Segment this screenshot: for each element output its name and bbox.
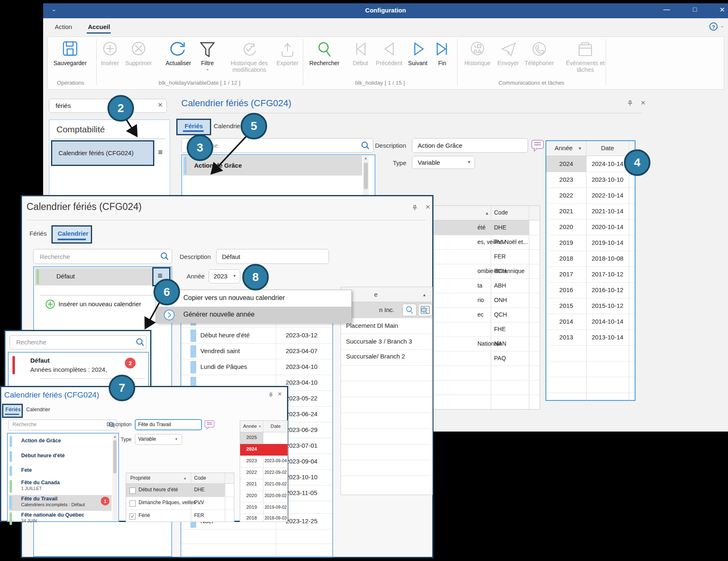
date-cell[interactable]: 2021-10-14 <box>586 207 629 215</box>
w4-prop-name[interactable]: Dimanche Pâques, veilles ... <box>139 500 201 505</box>
w4-date-cell[interactable]: 2021-09-02 <box>263 481 288 486</box>
w4-year-header[interactable]: Année <box>243 424 257 429</box>
bg-prop-name[interactable]: ec <box>477 311 484 318</box>
w4-prop-checkbox-unchecked[interactable] <box>129 488 136 494</box>
filter-button[interactable]: Filtre ⌄ <box>195 41 220 71</box>
window2-tab-feries[interactable]: Fériés <box>29 230 47 237</box>
date-cell[interactable]: 2022-10-14 <box>586 192 629 199</box>
w4-year-cell[interactable]: 2021 <box>240 481 263 486</box>
w2-holiday-date[interactable]: 2023-03-12 <box>277 332 326 339</box>
w2-holiday-date[interactable]: 2023-04-10 <box>277 363 326 370</box>
window4-close-icon[interactable]: ✕ <box>278 391 282 397</box>
year-cell[interactable]: 2021 <box>546 207 586 215</box>
date-cell[interactable]: 2017-10-12 <box>586 271 629 278</box>
w4-prop-name[interactable]: Début heure d'été <box>139 487 178 493</box>
company-row[interactable]: Succursale/ Branch 2 <box>346 353 405 360</box>
w2-holiday-name[interactable]: Vendredi saint <box>200 347 240 354</box>
date-cell[interactable]: 2018-10-08 <box>586 255 629 262</box>
date-cell[interactable]: 2014-10-14 <box>586 318 629 325</box>
company-row[interactable]: Placement Dl Main <box>346 322 398 329</box>
sidebar-search-clear-icon[interactable]: ✕ <box>158 101 163 109</box>
w4-holiday[interactable]: Début heure d'été <box>21 453 65 459</box>
bg-code-header[interactable]: Code <box>494 209 508 216</box>
company-header-fragment[interactable]: e <box>374 291 377 298</box>
w4-year-cell[interactable]: 2025 <box>240 435 263 440</box>
date-header[interactable]: Date <box>586 144 629 151</box>
w4-date-header[interactable]: Date <box>263 424 288 429</box>
help-chevron-icon[interactable]: ⌄ <box>720 23 724 29</box>
year-cell[interactable]: 2019 <box>546 239 586 246</box>
sort-asc-icon[interactable]: ▲ <box>485 211 489 215</box>
year-cell[interactable]: 2016 <box>546 286 586 293</box>
w4-date-cell[interactable]: 2018-09-03 <box>263 515 288 520</box>
window2-search-icon[interactable] <box>160 252 169 261</box>
refresh-button[interactable]: Actualiser <box>161 41 196 66</box>
window4-tab-calendrier[interactable]: Calendrier <box>26 407 50 412</box>
filter-dropdown-chevron-icon[interactable]: ⌄ <box>195 66 220 71</box>
type-dropdown-chevron-icon[interactable]: ▼ <box>467 160 471 164</box>
help-icon[interactable]: ? <box>709 22 718 31</box>
year-cell[interactable]: 2024 <box>546 160 586 167</box>
window2-tab-calendrier[interactable]: Calendrier <box>58 230 88 237</box>
window2-pin-icon[interactable] <box>412 205 418 211</box>
year-header[interactable]: Année <box>555 144 572 151</box>
pane-close-icon[interactable]: ✕ <box>640 99 646 107</box>
bg-prop-name[interactable]: rio <box>477 297 484 303</box>
w4-prop-header[interactable]: Propriété <box>130 475 151 481</box>
w4-year-cell[interactable]: 2020 <box>240 493 263 498</box>
window4-comment-icon[interactable] <box>204 420 215 430</box>
pane-pin-icon[interactable] <box>627 100 633 107</box>
w4-prop-name[interactable]: Férié <box>139 512 150 518</box>
menu-tab-accueil[interactable]: Accueil <box>88 23 110 30</box>
w4-date-cell[interactable]: 2019-09-02 <box>263 505 288 510</box>
year-cell[interactable]: 2015 <box>546 302 586 309</box>
save-button[interactable]: Sauvegarder <box>52 41 88 66</box>
year-cell[interactable]: 2020 <box>546 223 586 230</box>
w4-year-cell[interactable]: 2018 <box>240 515 263 520</box>
w4-code-header[interactable]: Code <box>194 475 206 481</box>
minimize-button[interactable]: — <box>656 6 677 13</box>
pane-search-icon[interactable] <box>361 141 370 150</box>
search-records-button[interactable]: Rechercher <box>305 41 343 66</box>
w4-year-sort-icon[interactable]: ▼ <box>258 425 261 428</box>
w4-holiday-selected[interactable]: Fête du Travail <box>21 496 58 502</box>
w4-year-cell-alert[interactable]: 2024 <box>240 446 263 451</box>
w4-year-cell[interactable]: 2022 <box>240 470 263 475</box>
date-cell[interactable]: 2020-10-14 <box>586 223 629 230</box>
insert-calendar-link[interactable]: Insérer un nouveau calendrier <box>58 300 141 307</box>
tab-feries[interactable]: Fériés <box>185 122 203 129</box>
menu-tab-action[interactable]: Action <box>55 23 72 30</box>
w4-prop-sort-icon[interactable]: ▲ <box>183 476 187 480</box>
w4-prop-checkbox-checked[interactable]: ✓ <box>129 513 136 520</box>
next-button[interactable]: Suivant <box>403 41 432 66</box>
w2-holiday-date[interactable]: 2023-04-10 <box>277 379 326 386</box>
w4-year-cell[interactable]: 2019 <box>240 505 263 510</box>
w4-date-cell[interactable]: 2023-09-04 <box>263 458 288 463</box>
window2-year-chevron-icon[interactable]: ▼ <box>233 274 236 278</box>
close-button[interactable]: ✕ <box>712 6 728 14</box>
company-row[interactable]: n Inc. <box>379 306 394 313</box>
company-sort-icon[interactable]: ▲ <box>422 293 426 297</box>
menu-item-copy[interactable]: Copier vers un nouveau calendrier <box>183 294 285 302</box>
w4-date-cell[interactable]: 2022-09-02 <box>263 470 288 475</box>
window2-close-icon[interactable]: ✕ <box>425 203 431 211</box>
scroll-up-icon[interactable]: ▲ <box>364 156 368 160</box>
date-cell[interactable]: 2019-10-14 <box>586 239 629 246</box>
date-cell[interactable]: 2023-10-10 <box>586 176 629 183</box>
w4-year-cell[interactable]: 2023 <box>240 458 263 463</box>
last-button[interactable]: Fin <box>431 41 453 66</box>
year-cell[interactable]: 2017 <box>546 271 586 278</box>
company-row[interactable]: Succursale 3 / Branch 3 <box>346 338 412 345</box>
year-cell[interactable]: 2023 <box>546 176 586 183</box>
window4-type-chevron-icon[interactable]: ▼ <box>175 437 178 441</box>
year-cell[interactable]: 2013 <box>546 334 586 341</box>
window4-pin-icon[interactable] <box>268 392 273 398</box>
window4-tab-feries[interactable]: Fériés <box>5 407 21 412</box>
maximize-button[interactable]: □ <box>684 6 705 13</box>
window3-search-icon[interactable] <box>136 338 145 347</box>
w2-holiday-date[interactable]: 2023-04-07 <box>277 347 326 354</box>
window2-calendar-row[interactable] <box>35 268 170 285</box>
comment-icon[interactable] <box>531 139 544 152</box>
year-cell[interactable]: 2022 <box>546 192 586 199</box>
year-sort-icon[interactable]: ▼ <box>578 146 582 151</box>
